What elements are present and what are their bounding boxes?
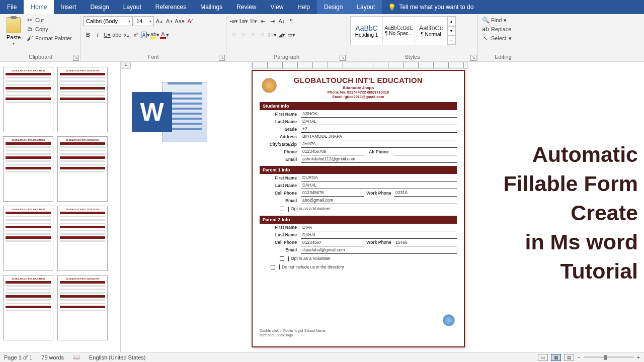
subscript-button[interactable]: x₂ (122, 30, 131, 40)
document-canvas[interactable]: L W GLOBALTOUCH INT'L EDUCATION Bitamode… (121, 62, 644, 352)
clear-format-button[interactable]: A⁄ (185, 16, 194, 26)
checkbox-icon[interactable] (280, 256, 284, 261)
font-color-button[interactable]: A▾ (160, 30, 169, 40)
spellcheck-icon[interactable]: 📖 (73, 354, 80, 360)
parent2-work[interactable]: 15466 (394, 238, 457, 246)
parent2-cell[interactable]: 01234567 (301, 238, 364, 246)
styles-more[interactable]: ▴▾⌄ (447, 17, 455, 45)
superscript-button[interactable]: x² (131, 30, 140, 40)
student-address[interactable]: BIRTAMODE JHAPA (301, 133, 457, 140)
status-page[interactable]: Page 1 of 1 (4, 354, 32, 360)
replace-button[interactable]: abReplace (481, 25, 513, 33)
tab-help[interactable]: Help (290, 0, 317, 14)
zoom-out-button[interactable]: − (577, 354, 580, 360)
copy-button[interactable]: ⧉Copy (25, 25, 73, 33)
font-dialog-launcher[interactable]: ↘ (219, 55, 225, 61)
text-effects-button[interactable]: A▾ (141, 30, 150, 40)
italic-button[interactable]: I (93, 30, 102, 40)
document-page[interactable]: GLOBALTOUCH INT'L EDUCATION Bitamode Jha… (252, 70, 465, 347)
font-size-select[interactable]: 14▾ (134, 16, 154, 26)
increase-indent-button[interactable]: ⇥ (268, 16, 277, 26)
parent1-work[interactable]: 02310 (394, 189, 457, 197)
bullets-button[interactable]: •≡▾ (229, 16, 238, 26)
parent2-first[interactable]: DIPA (301, 224, 457, 231)
sort-button[interactable]: A↓ (277, 16, 286, 26)
tab-table-design[interactable]: Design (317, 0, 350, 14)
parent1-email[interactable]: abc@gmail.com (301, 197, 457, 204)
page-thumbnail[interactable]: GLOBALTOUCH INT'L EDUCATION (3, 67, 53, 132)
decrease-indent-button[interactable]: ⇤ (258, 16, 267, 26)
student-phone[interactable]: 0123456789 (301, 148, 364, 155)
tab-layout[interactable]: Layout (116, 0, 148, 14)
find-button[interactable]: 🔍Find ▾ (481, 16, 513, 24)
tab-insert[interactable]: Insert (54, 0, 83, 14)
tab-home[interactable]: Home (24, 0, 54, 14)
page-thumbnail[interactable]: GLOBALTOUCH INT'L EDUCATION (3, 275, 53, 340)
align-right-button[interactable]: ≡ (249, 30, 258, 40)
borders-button[interactable]: ▭▾ (287, 30, 296, 40)
page-thumbnail[interactable]: GLOBALTOUCH INT'L EDUCATION (3, 136, 53, 202)
view-read-button[interactable]: ▭ (538, 354, 548, 361)
page-thumbnail[interactable]: GLOBALTOUCH INT'L EDUCATION (57, 67, 108, 132)
format-painter-button[interactable]: 🖌Format Painter (25, 34, 73, 42)
grow-font-button[interactable]: A▲ (155, 16, 164, 26)
cut-button[interactable]: ✂Cut (25, 16, 73, 24)
page-thumbnail[interactable]: GLOBALTOUCH INT'L EDUCATION (57, 136, 108, 202)
navigation-pane[interactable]: GLOBALTOUCH INT'L EDUCATION GLOBALTOUCH … (0, 62, 121, 352)
parent1-first[interactable]: DURGA (301, 174, 457, 182)
parent2-last[interactable]: DAHAL (301, 231, 457, 238)
status-language[interactable]: English (United States) (89, 354, 146, 360)
status-words[interactable]: 75 words (41, 354, 64, 360)
tab-references[interactable]: References (148, 0, 193, 14)
horizontal-ruler[interactable] (252, 62, 468, 69)
view-print-button[interactable]: ▦ (551, 354, 561, 361)
style-normal[interactable]: AaBbCc¶ Normal (415, 17, 447, 45)
change-case-button[interactable]: Aa▾ (175, 16, 184, 26)
clipboard-dialog-launcher[interactable]: ↘ (73, 55, 79, 61)
styles-dialog-launcher[interactable]: ↘ (470, 55, 476, 61)
parent1-last[interactable]: DAHAL (301, 182, 457, 189)
checkbox-icon[interactable] (280, 207, 284, 211)
page-thumbnail[interactable]: GLOBALTOUCH INT'L EDUCATION (57, 206, 108, 271)
strike-button[interactable]: abc (112, 30, 121, 40)
align-left-button[interactable]: ≡ (229, 30, 238, 40)
student-email[interactable]: ashokdahal112@gmail.com (301, 155, 457, 163)
shading-button[interactable]: ◢▾ (277, 30, 286, 40)
student-altphone[interactable] (394, 148, 457, 155)
align-center-button[interactable]: ≡ (239, 30, 248, 40)
student-grade[interactable]: +2 (301, 125, 457, 133)
tab-view[interactable]: View (264, 0, 291, 14)
zoom-in-button[interactable]: + (637, 354, 640, 360)
font-name-select[interactable]: Calibri (Body▾ (84, 16, 133, 26)
highlight-button[interactable]: ab▾ (150, 30, 159, 40)
page-thumbnail[interactable]: GLOBALTOUCH INT'L EDUCATION (3, 206, 53, 271)
view-web-button[interactable]: ▤ (564, 354, 574, 361)
checkbox-icon[interactable] (271, 265, 275, 269)
show-marks-button[interactable]: ¶ (287, 16, 296, 26)
numbering-button[interactable]: 1≡▾ (239, 16, 248, 26)
multilevel-button[interactable]: ≣▾ (249, 16, 258, 26)
student-last[interactable]: DAHAL (301, 118, 457, 125)
style-nospacing[interactable]: AaBbCcDdE¶ No Spac... (383, 17, 415, 45)
tab-mailings[interactable]: Mailings (193, 0, 229, 14)
page-thumbnail[interactable]: GLOBALTOUCH INT'L EDUCATION (57, 275, 108, 340)
style-heading1[interactable]: AaBbCHeading 1 (351, 17, 383, 45)
tab-review[interactable]: Review (229, 0, 263, 14)
tab-design[interactable]: Design (83, 0, 116, 14)
zoom-slider[interactable] (584, 356, 634, 358)
parent2-email[interactable]: dipadahal@gmail.com (301, 246, 457, 253)
bold-button[interactable]: B (84, 30, 93, 40)
paste-button[interactable]: Paste ▾ (4, 16, 23, 46)
select-button[interactable]: ↖Select ▾ (481, 34, 513, 42)
line-spacing-button[interactable]: ‡≡▾ (268, 30, 277, 40)
student-first[interactable]: ASHOK (301, 110, 457, 118)
tell-me-search[interactable]: 💡 Tell me what you want to do (382, 0, 479, 14)
justify-button[interactable]: ≡ (258, 30, 267, 40)
styles-gallery[interactable]: AaBbCHeading 1 AaBbCcDdE¶ No Spac... AaB… (350, 16, 456, 45)
shrink-font-button[interactable]: A▼ (165, 16, 174, 26)
underline-button[interactable]: U▾ (103, 30, 112, 40)
student-csz[interactable]: JHAPA (301, 140, 457, 148)
paragraph-dialog-launcher[interactable]: ↘ (340, 55, 346, 61)
tab-file[interactable]: File (0, 0, 24, 14)
tab-table-layout[interactable]: Layout (350, 0, 382, 14)
